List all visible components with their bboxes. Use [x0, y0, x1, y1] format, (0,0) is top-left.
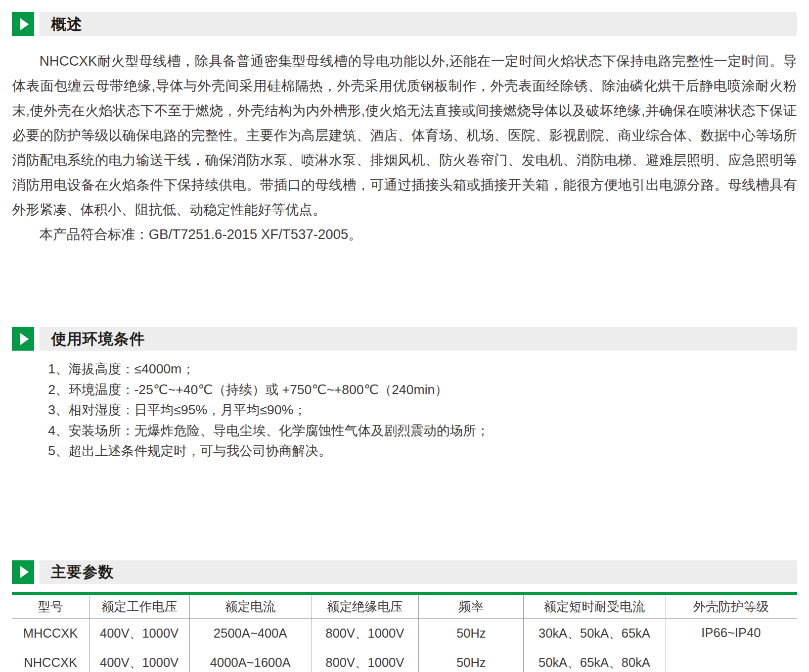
parameters-section-title: 主要参数	[51, 564, 114, 580]
col-header-ip-rating: 外壳防护等级	[665, 595, 797, 619]
list-item: 3、相对湿度：日平均≤95%，月平均≤90%；	[48, 400, 797, 420]
spacer	[0, 461, 809, 560]
parameters-table-wrapper: 型号 额定工作电压 额定电流 额定绝缘电压 频率 额定短时耐受电流 外壳防护等级…	[12, 592, 797, 672]
overview-title-bar: 概述	[39, 12, 797, 36]
play-triangle-icon	[20, 18, 29, 30]
spacer	[0, 247, 809, 327]
environment-conditions-list: 1、海拔高度：≤4000m； 2、环境温度：-25℃~+40℃（持续）或 +75…	[48, 359, 797, 461]
overview-section-title: 概述	[51, 17, 82, 32]
cell-model: NHCCXK	[12, 648, 89, 672]
section-header-parameters: 主要参数	[12, 560, 797, 584]
col-header-withstand-current: 额定短时耐受电流	[524, 595, 665, 619]
table-header-row: 型号 额定工作电压 额定电流 额定绝缘电压 频率 额定短时耐受电流 外壳防护等级	[12, 595, 797, 619]
list-item: 4、安装场所：无爆炸危险、导电尘埃、化学腐蚀性气体及剧烈震动的场所；	[48, 420, 797, 441]
list-item: 5、超出上述条件规定时，可与我公司协商解决。	[48, 441, 797, 461]
list-item: 1、海拔高度：≤4000m；	[48, 359, 797, 379]
play-triangle-icon	[20, 333, 29, 345]
table-row: MHCCXK 400V、1000V 2500A~400A 800V、1000V …	[12, 618, 797, 648]
cell-rated-voltage: 400V、1000V	[89, 618, 190, 648]
cell-insulation-voltage: 800V、1000V	[311, 648, 419, 672]
list-item: 2、环境温度：-25℃~+40℃（持续）或 +750℃~+800℃（240min…	[48, 379, 797, 400]
green-arrow-box	[12, 327, 34, 351]
cell-frequency: 50Hz	[419, 648, 524, 672]
cell-ip-rating: IP66~IP40	[665, 618, 797, 672]
cell-withstand-current: 30kA、50kA、65kA	[524, 618, 665, 648]
cell-model: MHCCXK	[12, 618, 89, 648]
environment-section-title: 使用环境条件	[51, 331, 145, 347]
col-header-rated-voltage: 额定工作电压	[89, 595, 190, 619]
standards-line: 本产品符合标准：GB/T7251.6-2015 XF/T537-2005。	[12, 222, 797, 247]
play-triangle-icon	[20, 566, 29, 578]
cell-withstand-current: 50kA、65kA、80kA	[524, 648, 665, 672]
parameters-table: 型号 额定工作电压 额定电流 额定绝缘电压 频率 额定短时耐受电流 外壳防护等级…	[12, 595, 797, 672]
col-header-frequency: 频率	[419, 595, 524, 619]
catalog-page: 概述 NHCCXK耐火型母线槽，除具备普通密集型母线槽的导电功能以外,还能在一定…	[0, 0, 809, 672]
cell-rated-voltage: 400V、1000V	[89, 648, 190, 672]
col-header-insulation-voltage: 额定绝缘电压	[311, 595, 419, 619]
section-header-environment: 使用环境条件	[12, 327, 797, 351]
green-arrow-box	[12, 560, 34, 584]
environment-title-bar: 使用环境条件	[39, 327, 797, 351]
col-header-rated-current: 额定电流	[190, 595, 311, 619]
cell-rated-current: 4000A~1600A	[190, 648, 311, 672]
col-header-model: 型号	[12, 595, 89, 619]
cell-insulation-voltage: 800V、1000V	[311, 618, 419, 648]
cell-rated-current: 2500A~400A	[190, 618, 311, 648]
overview-body: NHCCXK耐火型母线槽，除具备普通密集型母线槽的导电功能以外,还能在一定时间火…	[12, 49, 797, 247]
green-arrow-box	[12, 12, 34, 36]
overview-paragraph: NHCCXK耐火型母线槽，除具备普通密集型母线槽的导电功能以外,还能在一定时间火…	[12, 49, 797, 222]
parameters-title-bar: 主要参数	[39, 560, 797, 584]
section-header-overview: 概述	[12, 12, 797, 36]
cell-frequency: 50Hz	[419, 618, 524, 648]
